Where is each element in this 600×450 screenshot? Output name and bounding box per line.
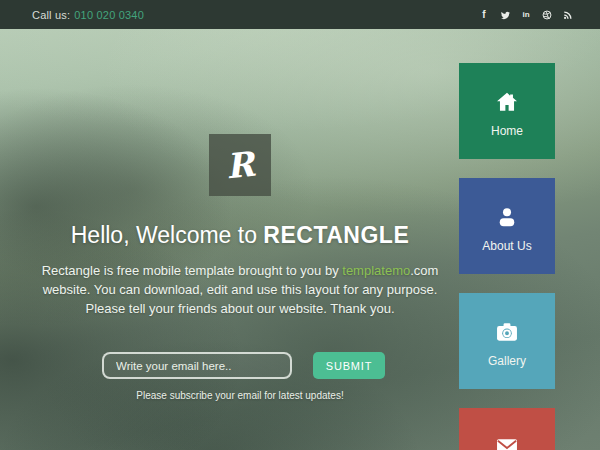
nav-box-contact[interactable] <box>459 408 555 450</box>
templatemo-link[interactable]: templatemo <box>342 263 410 278</box>
page-title-brand: RECTANGLE <box>263 222 409 248</box>
top-bar: Call us:010 020 0340 f in <box>0 0 600 29</box>
phone-number-link[interactable]: 010 020 0340 <box>74 9 144 21</box>
nav-box-gallery[interactable]: Gallery <box>459 293 555 389</box>
page-title-prefix: Hello, Welcome to <box>71 222 264 248</box>
nav-box-about-us[interactable]: About Us <box>459 178 555 274</box>
intro-text-before: Rectangle is free mobile template brough… <box>42 263 343 278</box>
home-icon <box>494 89 520 115</box>
linkedin-icon[interactable]: in <box>520 9 532 21</box>
email-input[interactable] <box>102 352 292 379</box>
twitter-icon[interactable] <box>499 9 511 21</box>
facebook-icon[interactable]: f <box>478 9 490 21</box>
nav-label-about-us: About Us <box>482 239 531 253</box>
subscribe-note: Please subscribe your email for latest u… <box>0 390 480 401</box>
nav-label-gallery: Gallery <box>488 354 526 368</box>
envelope-icon <box>494 434 520 450</box>
site-logo: R <box>209 134 271 196</box>
user-icon <box>494 204 520 230</box>
submit-button[interactable]: SUBMIT <box>313 352 385 379</box>
logo-letter: R <box>224 147 256 184</box>
camera-icon <box>494 319 520 345</box>
nav-label-home: Home <box>491 124 523 138</box>
nav-box-home[interactable]: Home <box>459 63 555 159</box>
call-us: Call us:010 020 0340 <box>32 9 144 21</box>
dribbble-icon[interactable] <box>541 9 553 21</box>
right-nav-rail: Home About Us Gallery <box>459 63 555 450</box>
intro-paragraph: Rectangle is free mobile template brough… <box>24 261 456 318</box>
rss-icon[interactable] <box>562 9 574 21</box>
call-us-label: Call us: <box>32 9 70 21</box>
page-title: Hello, Welcome to RECTANGLE <box>0 222 480 249</box>
social-links: f in <box>478 9 574 21</box>
